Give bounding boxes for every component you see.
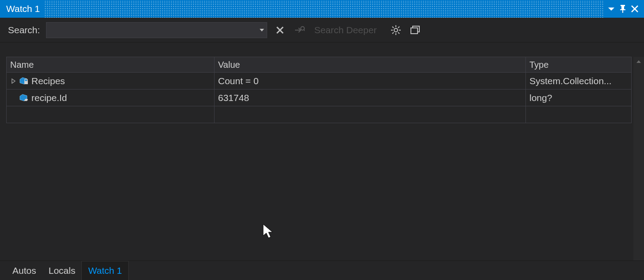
watch-name: recipe.Id xyxy=(31,93,67,103)
col-header-value[interactable]: Value xyxy=(215,57,526,72)
tab-label: Watch 1 xyxy=(88,265,122,276)
watch-new-row[interactable] xyxy=(6,106,632,123)
watch-value: Count = 0 xyxy=(215,73,526,89)
svg-line-14 xyxy=(398,27,399,28)
svg-point-4 xyxy=(301,27,304,30)
search-label: Search: xyxy=(8,25,40,35)
watch-value: 631748 xyxy=(215,89,526,106)
grid-header: Name Value Type xyxy=(6,57,632,73)
search-combo[interactable] xyxy=(46,22,267,38)
search-input[interactable] xyxy=(46,23,257,38)
watch-type: System.Collection... xyxy=(526,73,631,89)
svg-rect-2 xyxy=(620,9,625,10)
svg-rect-0 xyxy=(621,5,625,6)
close-icon[interactable] xyxy=(631,5,639,13)
svg-rect-1 xyxy=(621,6,624,9)
tab-autos[interactable]: Autos xyxy=(6,261,42,280)
expand-icon[interactable] xyxy=(10,78,16,84)
bottom-tab-strip: Autos Locals Watch 1 xyxy=(0,261,644,280)
window-title: Watch 1 xyxy=(6,4,40,14)
svg-line-12 xyxy=(398,32,399,34)
svg-line-11 xyxy=(392,27,394,28)
windows-stack-icon[interactable] xyxy=(409,23,422,37)
search-deeper-icon xyxy=(293,23,306,37)
watch-grid-area: Name Value Type Recipes Count = 0 System… xyxy=(0,43,644,261)
title-bar: Watch 1 xyxy=(0,0,644,18)
watch-name: Recipes xyxy=(31,76,65,86)
mouse-cursor-icon xyxy=(262,223,274,241)
svg-line-5 xyxy=(304,30,305,31)
object-property-icon xyxy=(19,94,29,102)
settings-gear-icon[interactable] xyxy=(389,23,402,37)
pin-icon[interactable] xyxy=(619,4,626,13)
scroll-up-icon[interactable] xyxy=(633,57,644,66)
search-toolbar: Search: Search Deeper xyxy=(0,18,644,43)
watch-row[interactable]: recipe.Id 631748 long? xyxy=(6,89,632,106)
watch-grid: Name Value Type Recipes Count = 0 System… xyxy=(6,57,632,123)
col-header-name[interactable]: Name xyxy=(7,57,215,72)
watch-type: long? xyxy=(526,89,631,106)
svg-line-13 xyxy=(392,32,394,34)
svg-rect-16 xyxy=(411,28,418,34)
tab-watch1[interactable]: Watch 1 xyxy=(81,261,128,280)
title-grip[interactable] xyxy=(44,0,604,18)
clear-search-icon[interactable] xyxy=(273,23,287,37)
vertical-scrollbar[interactable] xyxy=(633,57,644,261)
svg-point-6 xyxy=(394,28,398,32)
object-locked-icon xyxy=(19,77,29,85)
search-deeper-button: Search Deeper xyxy=(312,25,378,35)
watch-row[interactable]: Recipes Count = 0 System.Collection... xyxy=(6,73,632,89)
tab-label: Locals xyxy=(49,265,76,276)
svg-rect-3 xyxy=(622,10,623,13)
window-options-icon[interactable] xyxy=(608,6,615,12)
search-dropdown-icon[interactable] xyxy=(257,28,267,32)
svg-rect-17 xyxy=(24,81,28,84)
tab-label: Autos xyxy=(12,265,36,276)
col-header-type[interactable]: Type xyxy=(526,57,631,72)
tab-locals[interactable]: Locals xyxy=(42,261,82,280)
